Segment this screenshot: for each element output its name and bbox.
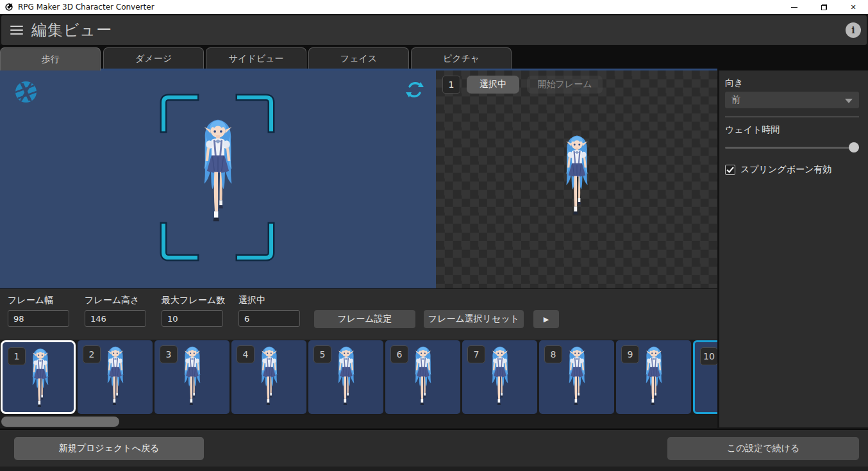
- springbone-checkbox-row[interactable]: スプリングボーン有効: [725, 164, 831, 176]
- app-header: 編集ビュー i: [1, 15, 867, 45]
- back-to-project-button[interactable]: 新規プロジェクトへ戻る: [14, 437, 204, 460]
- slider-track: [725, 147, 859, 149]
- character-sprite: [178, 344, 207, 412]
- rotate-icon[interactable]: [404, 79, 426, 101]
- aperture-icon: [14, 80, 38, 104]
- tab-face[interactable]: フェイス: [308, 47, 409, 69]
- title-bar: RPG Maker 3D Character Converter ✕: [0, 0, 868, 14]
- tab-strip: 歩行 ダメージ サイドビュー フェイス ピクチャ: [0, 45, 868, 70]
- filmstrip-scrollbar[interactable]: [0, 415, 717, 428]
- direction-label: 向き: [725, 78, 743, 89]
- settings-panel: 向き 前 ウェイト時間 スプリングボーン有効: [719, 70, 868, 427]
- selected-frame-field: 選択中: [238, 295, 300, 327]
- frame-badge: 5: [313, 345, 331, 363]
- frame-height-label: フレーム高さ: [85, 295, 146, 306]
- frame-number-badge: 1: [442, 76, 460, 94]
- frame-height-input[interactable]: [85, 310, 146, 327]
- scrollbar-thumb[interactable]: [1, 417, 119, 427]
- frame-reset-button[interactable]: フレーム選択リセット: [424, 310, 524, 328]
- crop-frame-markers[interactable]: [160, 94, 275, 261]
- springbone-label: スプリングボーン有効: [740, 164, 831, 176]
- frame-sprite: [557, 133, 597, 224]
- frame-width-input[interactable]: [8, 310, 69, 327]
- wait-time-label: ウェイト時間: [725, 124, 780, 136]
- filmstrip-frame-8[interactable]: 8: [539, 340, 614, 414]
- page-title: 編集ビュー: [31, 20, 112, 40]
- filmstrip-frame-6[interactable]: 6: [385, 340, 460, 414]
- wait-time-slider[interactable]: [725, 142, 859, 153]
- frame-controls-bar: フレーム幅 フレーム高さ 最大フレーム数 選択中 フレーム設定 フレーム選択リセ…: [0, 288, 717, 340]
- max-frames-label: 最大フレーム数: [162, 295, 223, 306]
- app-window: RPG Maker 3D Character Converter ✕ 編集ビュー…: [0, 0, 868, 471]
- character-preview-panel[interactable]: [0, 70, 436, 288]
- tab-picture[interactable]: ピクチャ: [411, 47, 512, 69]
- selected-frame-label: 選択中: [238, 295, 300, 306]
- character-sprite: [485, 344, 515, 412]
- frame-badge: 9: [621, 345, 639, 363]
- minimize-button[interactable]: [780, 0, 809, 14]
- selected-frame-input[interactable]: [238, 310, 300, 327]
- character-sprite: [255, 344, 284, 412]
- selected-chip[interactable]: 選択中: [467, 76, 519, 94]
- window-title: RPG Maker 3D Character Converter: [18, 3, 154, 12]
- footer-bar: 新規プロジェクトへ戻る この設定で続ける: [0, 429, 868, 467]
- frame-badge: 1: [8, 347, 26, 365]
- direction-dropdown[interactable]: 前: [725, 92, 859, 108]
- check-icon: [726, 167, 734, 173]
- filmstrip-frame-4[interactable]: 4: [231, 340, 306, 414]
- filmstrip-frame-9[interactable]: 9: [616, 340, 691, 414]
- chevron-down-icon: [845, 99, 853, 103]
- frame-width-field: フレーム幅: [8, 295, 69, 327]
- frame-badge: 10: [700, 347, 717, 365]
- frame-badge: 7: [467, 345, 485, 363]
- slider-thumb[interactable]: [849, 142, 859, 153]
- restore-icon: [821, 4, 827, 10]
- frame-badge: 3: [160, 345, 178, 363]
- frame-badge: 6: [390, 345, 408, 363]
- frame-badge: 2: [83, 345, 101, 363]
- filmstrip-frame-3[interactable]: 3: [154, 340, 230, 414]
- frame-height-field: フレーム高さ: [85, 295, 146, 327]
- frame-transparent-panel[interactable]: 1 選択中 開始フレーム: [436, 70, 717, 288]
- start-frame-chip[interactable]: 開始フレーム: [527, 76, 603, 94]
- close-button[interactable]: ✕: [839, 0, 868, 14]
- springbone-checkbox[interactable]: [725, 165, 735, 175]
- max-frames-field: 最大フレーム数: [162, 295, 223, 327]
- frame-width-label: フレーム幅: [8, 295, 69, 306]
- restore-button[interactable]: [809, 0, 839, 14]
- frame-settings-button[interactable]: フレーム設定: [314, 310, 415, 328]
- direction-value: 前: [731, 94, 740, 106]
- panel-divider: [725, 117, 859, 117]
- filmstrip-frame-10[interactable]: 10: [693, 340, 717, 414]
- character-sprite: [26, 346, 55, 414]
- max-frames-input[interactable]: [162, 310, 223, 327]
- filmstrip-frame-1[interactable]: 1: [1, 340, 76, 414]
- filmstrip-frame-2[interactable]: 2: [78, 340, 153, 414]
- frame-badge: 8: [544, 345, 562, 363]
- tab-damage[interactable]: ダメージ: [103, 47, 204, 69]
- play-button[interactable]: ▶: [533, 310, 559, 328]
- frame-filmstrip: 1 2 3 4 5 6 7 8: [0, 340, 717, 415]
- character-sprite: [101, 344, 130, 412]
- frame-badge: 4: [237, 345, 255, 363]
- character-sprite: [408, 344, 438, 412]
- character-sprite: [331, 344, 361, 412]
- menu-icon[interactable]: [10, 26, 23, 35]
- filmstrip-frame-5[interactable]: 5: [308, 340, 383, 414]
- window-bottom-edge: [0, 467, 868, 471]
- info-button[interactable]: i: [846, 22, 861, 38]
- continue-button[interactable]: この設定で続ける: [667, 437, 859, 460]
- app-logo-icon: [4, 3, 13, 12]
- character-sprite: [562, 344, 592, 412]
- tab-walk[interactable]: 歩行: [0, 47, 101, 70]
- filmstrip-frame-7[interactable]: 7: [462, 340, 537, 414]
- tab-sideview[interactable]: サイドビュー: [206, 47, 306, 69]
- minimize-icon: [791, 7, 797, 8]
- character-sprite: [639, 344, 669, 412]
